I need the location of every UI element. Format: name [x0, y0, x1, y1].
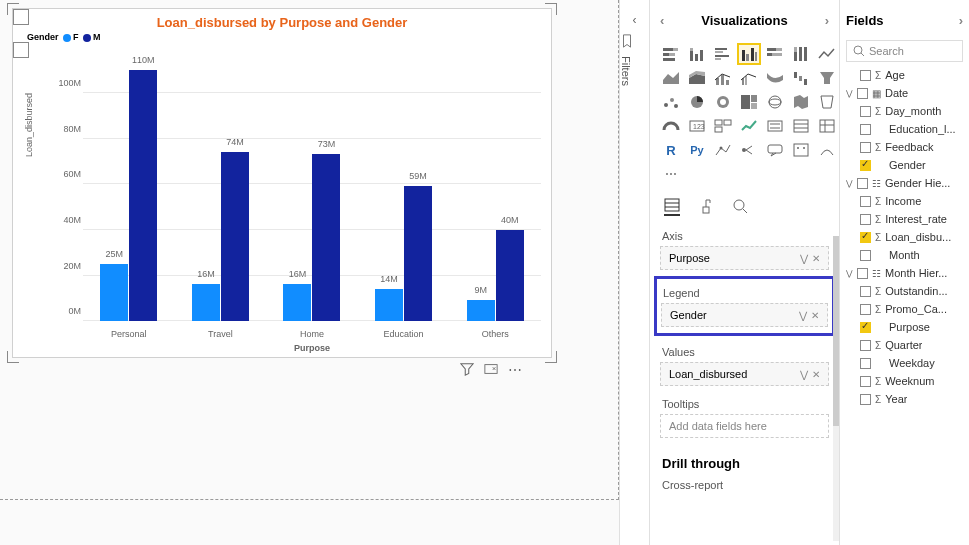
values-well[interactable]: Loan_disbursed ⋁✕ — [660, 362, 829, 386]
field-checkbox[interactable] — [857, 88, 868, 99]
chevron-left-icon[interactable]: ‹ — [633, 13, 637, 27]
fields-tab-icon[interactable] — [664, 198, 680, 216]
more-visuals-icon[interactable]: ⋯ — [660, 164, 682, 184]
field-item[interactable]: ⋁▦Date — [846, 84, 963, 102]
field-item[interactable]: ΣAge — [846, 66, 963, 84]
filled-map-icon[interactable] — [790, 92, 812, 112]
bar[interactable]: 40M — [496, 230, 524, 321]
tooltips-well[interactable]: Add data fields here — [660, 414, 829, 438]
analytics-tab-icon[interactable] — [732, 198, 748, 216]
field-checkbox[interactable] — [860, 250, 871, 261]
chevron-down-icon[interactable]: ⋁ — [799, 310, 807, 321]
line-column-icon[interactable] — [712, 68, 734, 88]
field-checkbox[interactable] — [857, 268, 868, 279]
field-item[interactable]: Weekday — [846, 354, 963, 372]
shape-map-icon[interactable] — [816, 92, 838, 112]
bar[interactable]: 25M — [100, 264, 128, 321]
line-clustered-icon[interactable] — [738, 68, 760, 88]
field-checkbox[interactable] — [860, 358, 871, 369]
stacked-column-icon[interactable] — [686, 44, 708, 64]
field-item[interactable]: ΣFeedback — [846, 138, 963, 156]
chevron-down-icon[interactable]: ⋁ — [800, 369, 808, 380]
remove-icon[interactable]: ✕ — [811, 310, 819, 321]
field-item[interactable]: ΣDay_month — [846, 102, 963, 120]
field-checkbox[interactable] — [857, 178, 868, 189]
key-influencers-icon[interactable] — [712, 140, 734, 160]
chart-visual[interactable]: Loan_disbursed by Purpose and Gender Gen… — [12, 8, 552, 358]
chevron-down-icon[interactable]: ⋁ — [800, 253, 808, 264]
table-icon[interactable] — [790, 116, 812, 136]
matrix-icon[interactable] — [816, 116, 838, 136]
chevron-down-icon[interactable]: ⋁ — [846, 269, 853, 278]
format-tab-icon[interactable] — [698, 198, 714, 216]
field-checkbox[interactable] — [860, 232, 871, 243]
bar[interactable]: 110M — [129, 70, 157, 321]
filter-icon[interactable] — [460, 362, 474, 545]
gauge-icon[interactable] — [660, 116, 682, 136]
field-item[interactable]: ⋁☷Gender Hie... — [846, 174, 963, 192]
remove-icon[interactable]: ✕ — [812, 369, 820, 380]
qa-visual-icon[interactable] — [764, 140, 786, 160]
stacked-bar-icon[interactable] — [660, 44, 682, 64]
pie-icon[interactable] — [686, 92, 708, 112]
expand-viz-icon[interactable]: › — [825, 13, 829, 28]
bar[interactable]: 16M — [192, 284, 220, 321]
treemap-icon[interactable] — [738, 92, 760, 112]
kpi-icon[interactable] — [738, 116, 760, 136]
axis-well[interactable]: Purpose ⋁✕ — [660, 246, 829, 270]
bar[interactable]: 73M — [312, 154, 340, 321]
resize-handle[interactable] — [7, 3, 19, 15]
stacked-area-icon[interactable] — [686, 68, 708, 88]
focus-mode-icon[interactable] — [484, 362, 498, 545]
remove-icon[interactable]: ✕ — [812, 253, 820, 264]
bar[interactable]: 14M — [375, 289, 403, 321]
field-item[interactable]: Month — [846, 246, 963, 264]
multi-card-icon[interactable] — [712, 116, 734, 136]
field-item[interactable]: ΣWeeknum — [846, 372, 963, 390]
legend-well[interactable]: Gender ⋁✕ — [661, 303, 828, 327]
bar[interactable]: 74M — [221, 152, 249, 321]
area-chart-icon[interactable] — [660, 68, 682, 88]
field-checkbox[interactable] — [860, 142, 871, 153]
map-icon[interactable] — [764, 92, 786, 112]
clustered-column-icon[interactable] — [738, 44, 760, 64]
field-item[interactable]: Education_l... — [846, 120, 963, 138]
bar[interactable]: 59M — [404, 186, 432, 321]
narrative-icon[interactable] — [790, 140, 812, 160]
waterfall-icon[interactable] — [790, 68, 812, 88]
field-checkbox[interactable] — [860, 124, 871, 135]
expand-fields-icon[interactable]: › — [959, 13, 963, 28]
field-item[interactable]: ΣPromo_Ca... — [846, 300, 963, 318]
field-item[interactable]: ΣLoan_disbu... — [846, 228, 963, 246]
field-checkbox[interactable] — [860, 70, 871, 81]
field-checkbox[interactable] — [860, 340, 871, 351]
card-icon[interactable]: 123 — [686, 116, 708, 136]
scatter-icon[interactable] — [660, 92, 682, 112]
field-item[interactable]: ΣQuarter — [846, 336, 963, 354]
stacked100-column-icon[interactable] — [790, 44, 812, 64]
bookmark-icon[interactable] — [620, 34, 649, 48]
field-item[interactable]: ΣYear — [846, 390, 963, 408]
r-visual-icon[interactable]: R — [660, 140, 682, 160]
field-item[interactable]: ΣOutstandin... — [846, 282, 963, 300]
more-options-icon[interactable]: ⋯ — [508, 362, 522, 545]
donut-icon[interactable] — [712, 92, 734, 112]
scrollbar[interactable] — [833, 236, 839, 541]
resize-handle[interactable] — [545, 3, 557, 15]
chevron-down-icon[interactable]: ⋁ — [846, 179, 853, 188]
field-checkbox[interactable] — [860, 304, 871, 315]
collapse-viz-icon[interactable]: ‹ — [660, 13, 664, 28]
field-checkbox[interactable] — [860, 196, 871, 207]
field-checkbox[interactable] — [860, 322, 871, 333]
stacked100-bar-icon[interactable] — [764, 44, 786, 64]
field-item[interactable]: Gender — [846, 156, 963, 174]
field-checkbox[interactable] — [860, 160, 871, 171]
ribbon-chart-icon[interactable] — [764, 68, 786, 88]
clustered-bar-icon[interactable] — [712, 44, 734, 64]
field-checkbox[interactable] — [860, 376, 871, 387]
field-checkbox[interactable] — [860, 214, 871, 225]
field-item[interactable]: ⋁☷Month Hier... — [846, 264, 963, 282]
filters-pane-collapsed[interactable]: ‹ Filters — [619, 0, 649, 545]
field-item[interactable]: Purpose — [846, 318, 963, 336]
search-input[interactable]: Search — [846, 40, 963, 62]
